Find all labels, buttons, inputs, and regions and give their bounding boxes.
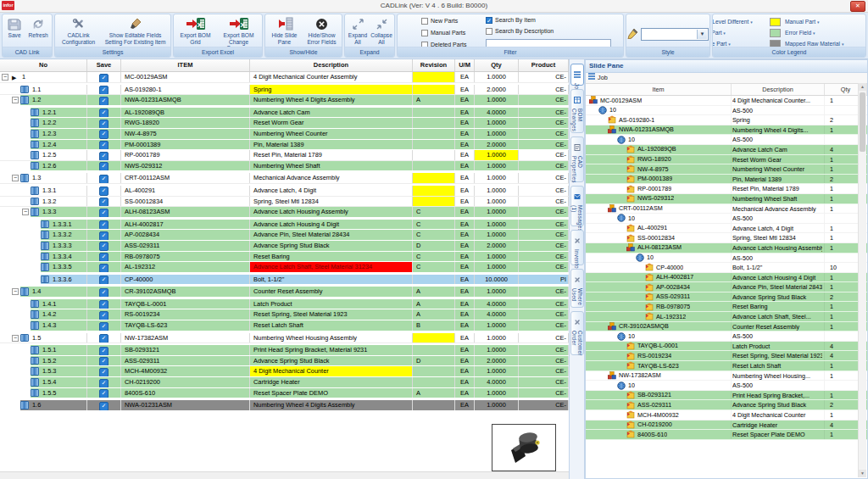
save-checkbox[interactable]: ✓ <box>99 288 108 297</box>
pane-row-AL-400291[interactable]: AL-400291Advance Latch, 4 Digit1 <box>586 224 867 234</box>
pane-row-ASS-029311[interactable]: ASS-029311Advance Spring Stud Black2 <box>586 400 867 410</box>
collapse-toggle-icon[interactable]: − <box>12 335 19 342</box>
pane-scrollbar[interactable]: ▲ ▼ <box>858 83 866 477</box>
column-header-um[interactable]: U/M <box>455 59 475 71</box>
bom-row-1.3.3.3[interactable]: 1.3.3.3✓ASS-029311Advance Spring Stud Bl… <box>0 241 569 252</box>
save-checkbox[interactable]: ✓ <box>99 109 108 117</box>
filter-checkbox-search-by-item[interactable]: ✓Search By Item <box>486 15 554 25</box>
save-button[interactable]: Save <box>3 15 25 40</box>
collapse-toggle-icon[interactable]: − <box>12 97 19 103</box>
slide-pane-job-tab[interactable]: Job <box>586 73 867 84</box>
bom-row-1.5.2[interactable]: 1.5.2✓ASS-029311Advance Spring Stud Blac… <box>0 356 569 367</box>
pane-row-10[interactable]: 10AS-500 <box>586 135 867 145</box>
pane-row-RB-0978075[interactable]: RB-0978075Reset Baring1 <box>586 302 867 312</box>
save-checkbox[interactable]: ✓ <box>99 74 108 82</box>
export-bom-grid-button[interactable]: X Export BOM Grid <box>175 15 216 46</box>
save-checkbox[interactable]: ✓ <box>99 162 108 170</box>
bom-row-1.2.1[interactable]: 1.2.1✓AL-192089QBAdvance Latch CamEA4.00… <box>0 108 569 119</box>
pane-row-MC-00129ASM[interactable]: MC-00129ASM4 Digit Mechanical Counter...… <box>586 96 867 106</box>
bom-row-1.1[interactable]: 1.1✓AS-019280-1SpringEA2.0000CE- <box>0 85 569 96</box>
pane-row-8400S-610[interactable]: 8400S-610Reset Spacer Plate DEMO1 <box>586 430 867 440</box>
pane-row-NW-4-8975[interactable]: NW-4-8975Numbering Wheel Counter1 <box>586 164 867 175</box>
export-bom-change-summary-button[interactable]: X Export BOM Change Summary <box>216 15 261 47</box>
scrollbar-thumb[interactable] <box>860 92 865 152</box>
hide-slide-pane-button[interactable]: Hide Slide Pane <box>266 15 303 46</box>
bom-row-1.2.3[interactable]: 1.2.3✓NW-4-8975Numbering Wheel CounterEA… <box>0 129 569 140</box>
bom-row-1.3.3.6[interactable]: 1.3.3.6✓CP-40000Bolt, 1-1/2"EA10.0000PI <box>0 275 569 286</box>
save-checkbox[interactable]: ✓ <box>99 209 108 217</box>
filter-checkbox-manual-parts[interactable]: Manual Parts <box>421 28 466 37</box>
bom-row-1.5[interactable]: −1.5✓NW-17382ASMNumbering Wheel Housing … <box>0 333 569 344</box>
scroll-up-arrow-icon[interactable]: ▲ <box>859 83 866 91</box>
scroll-down-arrow-icon[interactable]: ▼ <box>859 470 866 477</box>
bom-row-1.2.5[interactable]: 1.2.5✓RP-0001789Reset Pin, Material 1789… <box>0 150 569 161</box>
pane-row-CR-39102ASMQB[interactable]: CR-39102ASMQBCounter Reset Assembly1 <box>586 322 867 332</box>
side-tab-cad-properties[interactable]: CAD Properties <box>570 136 584 182</box>
bom-row-1.4[interactable]: −1.4✓CR-39102ASMQBCounter Reset Assembly… <box>0 287 569 298</box>
side-tab-customer-order[interactable]: Customer Order <box>570 311 584 355</box>
bom-row-1.2.6[interactable]: 1.2.6✓NWS-029312Numbering Wheel ShaftEA1… <box>0 161 569 172</box>
pane-row-AS-019280-1[interactable]: AS-019280-1Spring2 <box>586 115 867 125</box>
pane-row-10[interactable]: 10AS-500 <box>586 106 867 116</box>
collapse-toggle-icon[interactable]: − <box>22 209 29 215</box>
bom-row-1.6[interactable]: 1.6✓NWA-01231ASMNumbering Wheel 4 Digits… <box>0 400 569 411</box>
bom-row-1.5.4[interactable]: 1.5.4✓CH-0219200Cartridge HeaterEA4.0000… <box>0 377 569 388</box>
pane-row-TAYQB-L-0001[interactable]: TAYQB-L-0001Latch Product4 <box>586 342 867 352</box>
column-header-save[interactable]: Save <box>87 59 121 71</box>
checkbox-icon[interactable]: ✓ <box>486 17 492 24</box>
legend-label-new-part[interactable]: New Part ▾ <box>713 30 770 36</box>
save-checkbox[interactable]: ✓ <box>99 347 108 355</box>
save-checkbox[interactable]: ✓ <box>99 402 108 410</box>
bom-row-1.4.3[interactable]: 1.4.3✓TAYQB-LS-623Reset Latch ShaftBEA1.… <box>0 320 569 331</box>
bom-row-1.3[interactable]: −1.3✓CRT-00112ASMMechanical Advance Asse… <box>0 173 569 184</box>
save-checkbox[interactable]: ✓ <box>99 175 108 183</box>
column-header-no[interactable]: No <box>0 59 87 71</box>
save-checkbox[interactable]: ✓ <box>99 357 108 365</box>
save-checkbox[interactable]: ✓ <box>99 220 108 229</box>
save-checkbox[interactable]: ✓ <box>99 152 108 160</box>
side-tab-where-used[interactable]: Where Used <box>570 269 584 308</box>
column-header-product[interactable]: Product <box>519 59 569 71</box>
pane-row-NWA-01231ASMQB[interactable]: NWA-01231ASMQBNumbering Wheel 4 Digits..… <box>586 125 867 136</box>
filter-search-input[interactable] <box>486 39 611 47</box>
pane-row-10[interactable]: 10AS-500 <box>586 331 867 342</box>
bom-row-1.3.3[interactable]: −1.3.3✓ALH-08123ASMAdvance Latch Housing… <box>0 207 569 218</box>
bom-row-1.3.3.4[interactable]: 1.3.3.4✓RB-0978075Reset BaringCEA1.0000C… <box>0 252 569 263</box>
save-checkbox[interactable]: ✓ <box>99 264 108 272</box>
pane-row-SS-00012834[interactable]: SS-00012834Spring, Steel Mtl 128341 <box>586 233 867 243</box>
collapse-toggle-icon[interactable]: − <box>12 175 19 181</box>
pane-row-SB-0293121[interactable]: SB-0293121Print Head Spring Bracket,...1 <box>586 391 867 401</box>
pane-row-MCH-4M00932[interactable]: MCH-4M009324 Digit Mechanical Counter1 <box>586 410 867 421</box>
column-header-qty[interactable]: Qty <box>475 59 519 71</box>
refresh-button[interactable]: Refresh <box>25 15 51 40</box>
save-checkbox[interactable]: ✓ <box>99 198 108 206</box>
collapse-toggle-icon[interactable]: − <box>2 74 8 81</box>
pane-row-CH-0219200[interactable]: CH-0219200Cartridge Heater4 <box>586 421 867 431</box>
collapse-toggle-icon[interactable]: − <box>12 288 19 295</box>
pane-row-NW-17382ASM[interactable]: NW-17382ASMNumbering Wheel Housing...1 <box>586 371 867 382</box>
pane-row-CP-40000[interactable]: CP-40000Bolt, 1-1/2"10 <box>586 263 867 273</box>
save-checkbox[interactable]: ✓ <box>99 120 108 128</box>
save-checkbox[interactable]: ✓ <box>99 130 108 138</box>
bom-row-1.3.1[interactable]: 1.3.1✓AL-400291Advance Latch, 4 DigitEA1… <box>0 186 569 197</box>
save-checkbox[interactable]: ✓ <box>99 276 108 284</box>
filter-checkbox-search-by-description[interactable]: Search By Description <box>486 26 554 36</box>
pane-row-AL-192089QB[interactable]: AL-192089QBAdvance Latch Cam4 <box>586 145 867 155</box>
pane-row-AP-0028434[interactable]: AP-0028434Advance Pin, Steel Material 28… <box>586 282 867 292</box>
save-checkbox[interactable]: ✓ <box>99 368 108 376</box>
collapse-all-button[interactable]: Collapse All <box>370 15 393 46</box>
checkbox-icon[interactable] <box>421 42 428 47</box>
show-editable-fields-button[interactable]: Show Editable Fields Setting For Existin… <box>101 15 170 46</box>
save-checkbox[interactable]: ✓ <box>99 389 108 398</box>
legend-label-manual-part[interactable]: Manual Part ▾ <box>785 19 865 25</box>
save-checkbox[interactable]: ✓ <box>99 231 108 240</box>
bom-row-1[interactable]: −▶1✓MC-00129ASM4 Digit Mechanical Counte… <box>0 72 569 83</box>
close-button[interactable]: ✕ <box>850 1 865 12</box>
side-tab-bom-changes[interactable]: BOM Changes <box>570 89 584 133</box>
bom-row-1.3.3.5[interactable]: 1.3.3.5✓AL-192312Advance Latch Shaft, St… <box>0 262 569 273</box>
checkbox-icon[interactable] <box>421 30 428 36</box>
save-checkbox[interactable]: ✓ <box>99 334 108 343</box>
pane-column-item[interactable]: Item <box>586 84 732 95</box>
checkbox-icon[interactable] <box>421 18 428 25</box>
pane-row-RP-0001789[interactable]: RP-0001789Reset Pin, Material 17891 <box>586 184 867 194</box>
